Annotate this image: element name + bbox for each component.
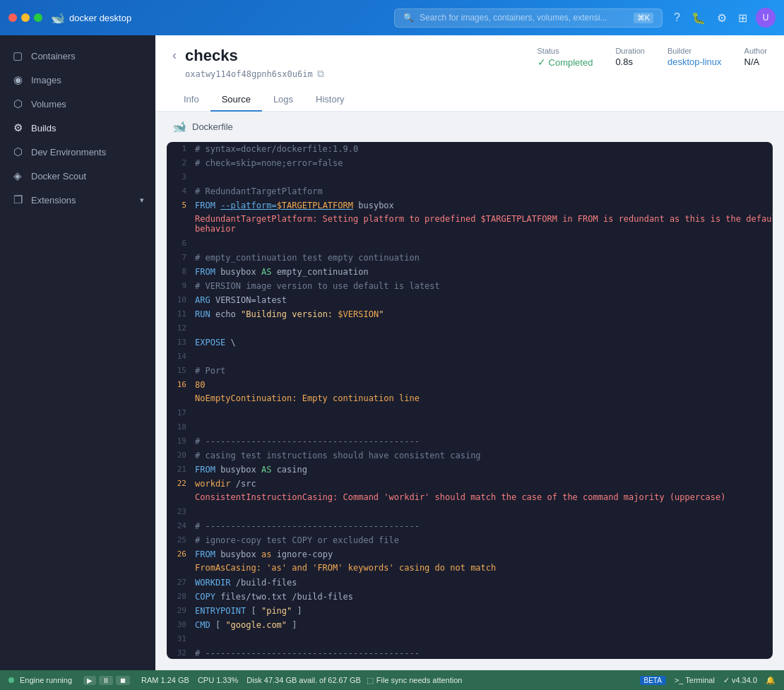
code-line: 15 # Port (167, 364, 773, 378)
builder-group: Builder desktop-linux (667, 47, 722, 68)
sidebar-item-extensions[interactable]: ❐ Extensions ▾ (0, 188, 155, 212)
code-container[interactable]: 1 # syntax=docker/dockerfile:1.9.0 2 # c… (167, 142, 773, 659)
sidebar-label-dev-environments: Dev Environments (31, 147, 106, 157)
source-content: 🐋 Dockerfile 1 # syntax=docker/dockerfil… (155, 112, 784, 670)
status-label: Status (537, 47, 593, 55)
titlebar: 🐋 docker desktop 🔍 Search for images, co… (0, 0, 784, 35)
header-top: ‹ checks oxatwy114of48gpnh6sx0u6im ⧉ Sta… (172, 47, 767, 80)
tab-info[interactable]: Info (172, 88, 210, 112)
engine-status-dot (8, 677, 14, 683)
code-line: 2 # check=skip=none;error=false (167, 156, 773, 170)
code-line: 8 FROM busybox AS empty_continuation (167, 265, 773, 279)
beta-badge: BETA (640, 676, 666, 685)
sidebar-item-containers[interactable]: ▢ Containers (0, 44, 155, 68)
avatar[interactable]: U (756, 8, 776, 28)
volumes-icon: ⬡ (11, 97, 24, 110)
play-icon[interactable]: ▶ (83, 676, 96, 685)
build-info: checks oxatwy114of48gpnh6sx0u6im ⧉ (185, 47, 537, 80)
search-bar[interactable]: 🔍 Search for images, containers, volumes… (394, 8, 663, 28)
code-line: 18 (167, 420, 773, 434)
sidebar-label-images: Images (31, 75, 61, 85)
code-line: 21 FROM busybox AS casing (167, 463, 773, 477)
duration-label: Duration (615, 47, 645, 55)
code-line-error: 5 FROM --platform=$TARGETPLATFORM busybo… (167, 198, 773, 213)
sidebar-item-builds[interactable]: ⚙ Builds (0, 116, 155, 140)
grid-icon[interactable]: ⊞ (735, 8, 750, 28)
extensions-icon: ❐ (11, 194, 24, 206)
status-group: Status ✓ Completed (537, 47, 593, 68)
disk-info: Disk 47.34 GB avail. of 62.67 GB (247, 676, 360, 684)
code-line: 30 CMD [ "google.com" ] (167, 618, 773, 632)
code-line: 28 COPY files/two.txt /build-files (167, 590, 773, 604)
sidebar-label-docker-scout: Docker Scout (31, 171, 86, 182)
code-line: 13 EXPOSE \ (167, 335, 773, 350)
author-group: Author N/A (744, 47, 767, 68)
engine-label: Engine running (20, 676, 72, 684)
tab-history[interactable]: History (304, 88, 355, 112)
tab-source[interactable]: Source (210, 88, 262, 112)
code-line: 24 # -----------------------------------… (167, 519, 773, 533)
notification-icon[interactable]: 🔔 (766, 676, 776, 685)
tab-logs[interactable]: Logs (262, 88, 304, 112)
containers-icon: ▢ (11, 49, 24, 62)
code-line: 17 (167, 406, 773, 420)
sidebar-label-containers: Containers (31, 51, 76, 61)
sidebar-item-dev-environments[interactable]: ⬡ Dev Environments (0, 140, 155, 164)
images-icon: ◉ (11, 73, 24, 86)
help-icon[interactable]: ? (671, 8, 683, 27)
ram-info: RAM 1.24 GB (141, 676, 189, 684)
code-line: 7 # empty_continuation test empty contin… (167, 251, 773, 265)
sidebar-item-docker-scout[interactable]: ◈ Docker Scout (0, 164, 155, 188)
code-line: 3 (167, 170, 773, 184)
code-line: 11 RUN echo "Building version: $VERSION" (167, 307, 773, 321)
sidebar-item-images[interactable]: ◉ Images (0, 68, 155, 92)
content-header: ‹ checks oxatwy114of48gpnh6sx0u6im ⧉ Sta… (155, 35, 784, 112)
build-meta: Status ✓ Completed Duration 0.8s Builder (537, 47, 767, 68)
copy-icon[interactable]: ⧉ (317, 68, 324, 80)
content-area: ‹ checks oxatwy114of48gpnh6sx0u6im ⧉ Sta… (155, 35, 784, 670)
sidebar-item-volumes[interactable]: ⬡ Volumes (0, 92, 155, 116)
search-shortcut: ⌘K (634, 13, 653, 23)
builds-icon: ⚙ (11, 121, 24, 134)
status-value: ✓ Completed (537, 56, 593, 68)
terminal-button[interactable]: >_ Terminal (675, 676, 715, 684)
code-line-warn: 16 80 (167, 378, 773, 392)
code-line: 27 WORKDIR /build-files (167, 576, 773, 590)
code-line: 10 ARG VERSION=latest (167, 293, 773, 307)
stop-icon[interactable]: ⏹ (116, 676, 130, 685)
sidebar-label-builds: Builds (31, 123, 56, 133)
status-controls: ▶ ⏸ ⏹ (83, 676, 130, 685)
brand-label: docker desktop (69, 13, 131, 23)
main-layout: ▢ Containers ◉ Images ⬡ Volumes ⚙ Builds… (0, 35, 784, 670)
author-value: N/A (744, 56, 767, 67)
build-id: oxatwy114of48gpnh6sx0u6im ⧉ (185, 68, 537, 80)
error-message: RedundantTargetPlatform: Setting platfor… (167, 213, 773, 237)
author-label: Author (744, 47, 767, 55)
check-icon: ✓ (537, 56, 546, 68)
code-line: 4 # RedundantTargetPlatform (167, 184, 773, 198)
bug-icon[interactable]: 🐛 (689, 8, 708, 28)
code-line: 25 # ignore-copy test COPY or excluded f… (167, 533, 773, 547)
docker-icon: 🐋 (51, 11, 65, 25)
settings-icon[interactable]: ⚙ (714, 8, 730, 28)
back-button[interactable]: ‹ (172, 48, 177, 63)
file-sync-icon: ⬚ (367, 676, 374, 685)
code-line-warn: 26 FROM busybox as ignore-copy (167, 547, 773, 561)
dockerfile-header: 🐋 Dockerfile (155, 112, 784, 142)
builder-link[interactable]: desktop-linux (667, 56, 722, 67)
builder-label: Builder (667, 47, 722, 55)
dockerfile-label: Dockerfile (192, 121, 233, 132)
minimize-button[interactable] (21, 13, 30, 22)
warn-message: FromAsCasing: 'as' and 'FROM' keywords' … (167, 561, 773, 576)
duration-group: Duration 0.8s (615, 47, 645, 68)
status-text: Completed (549, 57, 593, 68)
scout-icon: ◈ (11, 169, 24, 182)
cpu-info: CPU 1.33% (198, 676, 238, 684)
close-button[interactable] (8, 13, 17, 22)
sidebar-label-extensions: Extensions (31, 195, 76, 206)
code-line: 12 (167, 321, 773, 335)
titlebar-actions: ? 🐛 ⚙ ⊞ U (671, 8, 776, 28)
search-icon: 🔍 (403, 13, 414, 23)
pause-icon[interactable]: ⏸ (99, 676, 113, 685)
maximize-button[interactable] (34, 13, 42, 22)
